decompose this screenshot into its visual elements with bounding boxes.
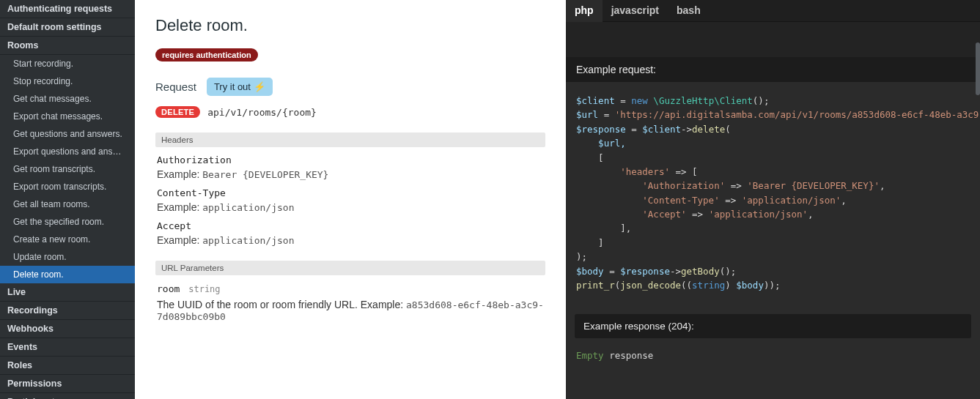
method-badge: DELETE: [155, 106, 200, 118]
response-body: Empty response: [566, 338, 980, 373]
header-name: Content-Type: [157, 187, 544, 198]
sidebar-item-auth-requests[interactable]: Authenticating requests: [0, 0, 135, 18]
sidebar-sub-stop-recording[interactable]: Stop recording.: [0, 72, 135, 90]
example-value: application/json: [202, 235, 294, 246]
sidebar-item-webhooks[interactable]: Webhooks: [0, 320, 135, 338]
response-text: response: [604, 350, 654, 361]
header-name: Authorization: [157, 154, 544, 165]
try-it-out-button[interactable]: Try it out ⚡: [207, 78, 273, 96]
sidebar-item-live[interactable]: Live: [0, 283, 135, 302]
example-response-label: Example response (204):: [575, 314, 971, 338]
header-name: Accept: [157, 220, 544, 231]
lang-tabs: php javascript bash: [566, 0, 980, 22]
code-block: $client = new \GuzzleHttp\Client(); $url…: [566, 82, 980, 304]
sidebar-sub-export-chat[interactable]: Export chat messages.: [0, 108, 135, 125]
tab-php[interactable]: php: [566, 0, 603, 22]
empty-keyword: Empty: [576, 350, 604, 361]
sidebar-sub-create-room[interactable]: Create a new room.: [0, 231, 135, 248]
header-authorization: Authorization Example: Bearer {DEVELOPER…: [155, 154, 545, 180]
sidebar-sub-get-qa[interactable]: Get questions and answers.: [0, 125, 135, 143]
param-type: string: [188, 284, 220, 294]
sidebar-sub-export-qa[interactable]: Export questions and answe...: [0, 143, 135, 160]
example-request-label: Example request:: [566, 57, 980, 82]
header-accept: Accept Example: application/json: [155, 220, 545, 246]
param-desc: The UUID of the room or room friendly UR…: [157, 299, 403, 310]
sidebar-item-permissions[interactable]: Permissions: [0, 375, 135, 393]
tab-javascript[interactable]: javascript: [603, 0, 668, 21]
url-param-room: room string The UUID of the room or room…: [155, 283, 545, 322]
code-panel: php javascript bash Example request: $cl…: [566, 0, 980, 399]
request-label: Request: [155, 81, 196, 93]
auth-badge: requires authentication: [155, 48, 258, 61]
example-value: application/json: [202, 202, 294, 213]
tab-bash[interactable]: bash: [668, 0, 710, 21]
page-title: Delete room.: [155, 16, 545, 35]
example-label: Example:: [157, 201, 199, 213]
sidebar-sub-get-transcripts[interactable]: Get room transcripts.: [0, 160, 135, 178]
main-content: Delete room. requires authentication Req…: [135, 0, 566, 399]
sidebar-item-rooms[interactable]: Rooms: [0, 37, 135, 55]
endpoint-path: api/v1/rooms/{room}: [207, 107, 317, 118]
sidebar-item-recordings[interactable]: Recordings: [0, 302, 135, 320]
sidebar-item-events[interactable]: Events: [0, 338, 135, 357]
sidebar-item-default-room[interactable]: Default room settings: [0, 18, 135, 37]
sidebar-sub-start-recording[interactable]: Start recording.: [0, 55, 135, 72]
example-label: Example:: [157, 168, 199, 180]
sidebar-item-participants[interactable]: Participants: [0, 393, 135, 399]
headers-section-label: Headers: [155, 133, 545, 147]
url-params-section-label: URL Parameters: [155, 261, 545, 275]
sidebar-sub-get-room[interactable]: Get the specified room.: [0, 213, 135, 231]
sidebar: Authenticating requests Default room set…: [0, 0, 135, 399]
sidebar-sub-delete-room[interactable]: Delete room.: [0, 266, 135, 283]
toolbar-spacer: [566, 22, 980, 57]
sidebar-sub-get-chat[interactable]: Get chat messages.: [0, 90, 135, 108]
sidebar-sub-update-room[interactable]: Update room.: [0, 248, 135, 266]
sidebar-sub-get-all-rooms[interactable]: Get all team rooms.: [0, 195, 135, 213]
sidebar-item-roles[interactable]: Roles: [0, 357, 135, 375]
try-it-label: Try it out: [214, 81, 251, 92]
header-content-type: Content-Type Example: application/json: [155, 187, 545, 213]
param-name: room: [157, 283, 180, 294]
example-label: Example:: [157, 234, 199, 246]
sidebar-sub-export-transcripts[interactable]: Export room transcripts.: [0, 178, 135, 195]
lightning-icon: ⚡: [254, 81, 265, 92]
example-value: Bearer {DEVELOPER_KEY}: [202, 169, 328, 180]
